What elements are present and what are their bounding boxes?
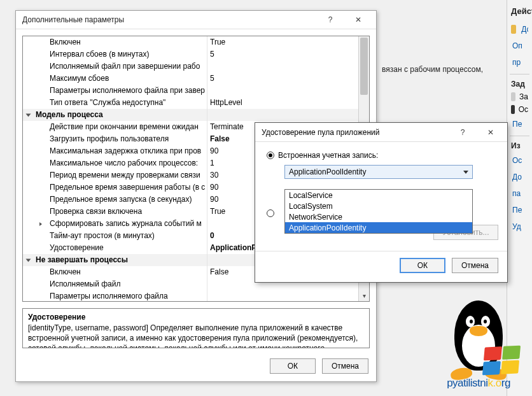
help-button[interactable]: ? xyxy=(316,11,344,29)
property-label: Проверка связи включена xyxy=(50,206,207,218)
property-label: Тайм-аут простоя (в минутах) xyxy=(50,230,207,242)
property-value[interactable]: 5 xyxy=(207,48,358,60)
property-label: Загрузить профиль пользователя xyxy=(50,133,207,145)
description-title: Удостоверение xyxy=(28,313,364,322)
link-text: До xyxy=(520,23,528,36)
scroll-thumb[interactable] xyxy=(360,38,368,95)
actions-link[interactable]: пр xyxy=(510,54,529,71)
dropdown-option[interactable]: LocalService xyxy=(285,190,472,201)
item-icon xyxy=(511,92,515,101)
property-row[interactable]: Интервал сбоев (в минутах)5 xyxy=(23,48,358,60)
property-value[interactable]: True xyxy=(207,36,358,48)
property-row[interactable]: Параметры исполняемого файла при завер xyxy=(23,85,358,97)
property-label: Период времени между проверками связи xyxy=(50,169,207,181)
cancel-button[interactable]: Отмена xyxy=(452,258,498,273)
property-label: Тип ответа "Служба недоступна" xyxy=(50,97,207,109)
link-text: пр xyxy=(511,56,522,69)
dialog-title: Дополнительные параметры xyxy=(22,15,316,24)
identity-combobox[interactable]: ApplicationPoolIdentity xyxy=(284,165,473,179)
scroll-down-icon[interactable]: ▾ xyxy=(359,290,369,301)
link-text: Пе xyxy=(511,204,523,216)
property-label: Предельное время завершения работы (в с xyxy=(50,181,207,194)
item-text: Ос xyxy=(519,105,528,114)
actions-link[interactable]: Оп xyxy=(510,38,529,54)
windows-flag-icon xyxy=(482,346,521,376)
actions-pane-title: Дейст xyxy=(510,4,529,21)
dialog-title: Удостоверение пула приложений xyxy=(262,128,449,137)
description-panel: Удостоверение [identityType, username, p… xyxy=(22,308,370,348)
actions-link[interactable]: Уд xyxy=(510,218,529,235)
item-text: За xyxy=(519,92,528,101)
property-label: Сформировать запись журнала событий м xyxy=(50,218,207,230)
link-text: Ос xyxy=(511,154,523,167)
close-button[interactable]: ✕ xyxy=(477,124,505,141)
dialog-titlebar[interactable]: Дополнительные параметры ? ✕ xyxy=(16,11,376,29)
property-value[interactable]: HttpLevel xyxy=(207,97,358,109)
actions-link[interactable]: па xyxy=(510,185,529,202)
identity-dialog: Удостоверение пула приложений ? ✕ Встрое… xyxy=(255,122,508,283)
actions-item[interactable]: За xyxy=(510,90,529,103)
actions-item[interactable]: Ос xyxy=(510,103,529,116)
separator xyxy=(510,136,529,136)
actions-heading: Зад xyxy=(510,78,529,90)
tux-icon xyxy=(440,297,517,379)
custom-account-radio[interactable] xyxy=(267,209,274,217)
property-label: Включен xyxy=(50,36,207,48)
dropdown-option[interactable]: ApplicationPoolIdentity xyxy=(285,222,472,233)
actions-link[interactable]: До xyxy=(510,169,529,185)
help-button[interactable]: ? xyxy=(449,124,477,141)
property-label: Предельное время запуска (в секундах) xyxy=(50,194,207,206)
identity-dropdown-list[interactable]: LocalServiceLocalSystemNetworkServiceApp… xyxy=(284,189,473,234)
property-row[interactable]: Тип ответа "Служба недоступна"HttpLevel xyxy=(23,97,358,109)
actions-link[interactable]: До xyxy=(510,21,529,38)
watermark-logo: pyatilistnik.org xyxy=(440,297,517,390)
actions-heading: Из xyxy=(510,139,529,152)
property-label: Исполняемый файл xyxy=(50,278,207,290)
cancel-button[interactable]: Отмена xyxy=(322,358,368,374)
link-text: Пе xyxy=(511,118,523,131)
property-value[interactable]: 5 xyxy=(207,73,358,85)
separator xyxy=(510,74,529,74)
background-text: вязан с рабочим процессом, xyxy=(382,65,483,74)
description-body: [identityType, username, password] Опред… xyxy=(28,323,364,348)
builtin-account-radio[interactable] xyxy=(267,152,274,159)
property-row[interactable]: Исполняемый файл при завершении рабо xyxy=(23,60,358,73)
property-label: Включен xyxy=(50,266,207,278)
link-icon xyxy=(511,25,516,34)
link-text: До xyxy=(511,171,523,183)
property-row[interactable]: ВключенTrue xyxy=(23,36,358,48)
ok-button[interactable]: ОК xyxy=(270,358,316,374)
property-label: Максимум сбоев xyxy=(50,73,207,85)
close-button[interactable]: ✕ xyxy=(344,11,372,29)
property-row[interactable]: Параметры исполняемого файла xyxy=(23,290,358,302)
item-icon xyxy=(511,105,515,114)
property-label: Максимальная задержка отклика при пров xyxy=(50,145,207,157)
property-label: Интервал сбоев (в минутах) xyxy=(50,48,207,60)
link-text: Уд xyxy=(511,220,522,233)
category-row[interactable]: Модель процесса xyxy=(23,109,358,121)
property-label: Исполняемый файл при завершении рабо xyxy=(50,60,207,73)
combobox-value: ApplicationPoolIdentity xyxy=(289,167,366,176)
actions-link[interactable]: Ос xyxy=(510,152,529,169)
property-label: Максимальное число рабочих процессов: xyxy=(50,157,207,169)
property-label: Удостоверение xyxy=(50,242,207,254)
builtin-account-label: Встроенная учетная запись: xyxy=(278,151,378,160)
property-label: Параметры исполняемого файла при завер xyxy=(50,85,207,97)
actions-link[interactable]: Пе xyxy=(510,116,529,132)
dropdown-option[interactable]: LocalSystem xyxy=(285,201,472,211)
property-row[interactable]: Максимум сбоев5 xyxy=(23,73,358,85)
dropdown-option[interactable]: NetworkService xyxy=(285,211,472,222)
ok-button[interactable]: ОК xyxy=(400,258,445,273)
property-label: Действие при окончании времени ожидан xyxy=(50,121,207,133)
dialog-titlebar[interactable]: Удостоверение пула приложений ? ✕ xyxy=(255,123,507,142)
property-label: Параметры исполняемого файла xyxy=(50,290,207,302)
actions-link[interactable]: Пе xyxy=(510,202,529,218)
link-text: па xyxy=(511,187,522,200)
link-text: Оп xyxy=(511,39,524,52)
